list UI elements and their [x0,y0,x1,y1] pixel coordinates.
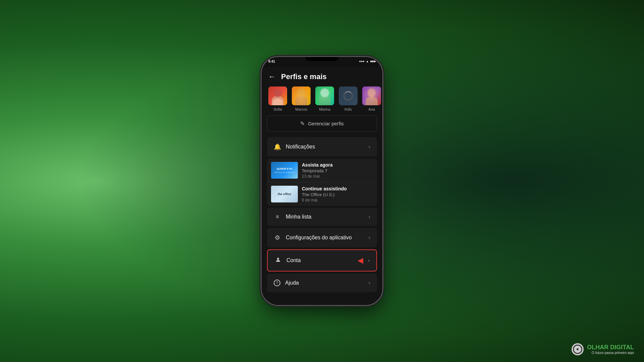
notif-item-the-office[interactable]: the office Continue assistindo The Offic… [267,182,377,206]
profile-name-3: Marina [319,107,330,111]
status-time: 9:41 [268,60,275,63]
watermark-brand: OLHAR DIGITAL [587,344,634,350]
bell-icon: 🔔 [274,143,281,150]
the-office-thumb-text: the office [278,192,291,196]
person-icon [274,257,282,264]
profile-item-2[interactable]: Marcos [292,86,311,111]
profile-avatar-2 [292,86,311,105]
profile-name-5: Ana [368,107,375,111]
menu-item-help[interactable]: ? Ajuda › [267,274,377,292]
chevron-right-icon-3: › [369,235,370,241]
queer-eye-thumbnail: QUEER EYE mais que um makeover [271,162,298,179]
menu-item-notifications[interactable]: 🔔 Notificações › [267,137,377,157]
watermark-logo [572,343,584,355]
profiles-row: Sofia Marcos Marina Ki [262,85,382,114]
queer-eye-subtitle: Temporada 7 [302,168,373,173]
list-icon: ≡ [274,214,281,220]
the-office-subtitle: The Office (U.S.) [302,192,373,197]
chevron-right-icon: › [369,144,370,150]
profile-name-4: Kids [344,107,352,111]
watermark: OLHAR DIGITAL O futuro passa primeiro aq… [572,343,634,355]
red-arrow-indicator: ◀ [358,256,363,265]
home-indicator [262,301,382,305]
watermark-logo-inner [573,345,582,354]
watermark-text: OLHAR DIGITAL O futuro passa primeiro aq… [587,344,634,355]
profile-avatar-4 [339,86,358,105]
profile-name-2: Marcos [295,107,307,111]
queer-eye-content: Assista agora Temporada 7 13 de mai. [302,162,373,179]
back-button[interactable]: ← [268,72,276,81]
screen-content: ← Perfis e mais Sofia Marcos [262,67,382,305]
notif-item-queer-eye[interactable]: QUEER EYE mais que um makeover Assista a… [267,159,377,182]
queer-eye-date: 13 de mai. [302,174,373,179]
queer-eye-title: Assista agora [302,162,373,168]
account-label: Conta [286,257,350,263]
queer-eye-thumb-title: QUEER EYE [274,167,295,171]
gear-icon: ⚙ [274,234,281,241]
the-office-title: Continue assistindo [302,186,373,191]
profile-avatar-5 [362,86,381,105]
page-title: Perfis e mais [281,72,327,81]
phone-notch [305,57,339,61]
manage-icon: ✎ [300,120,305,127]
the-office-content: Continue assistindo The Office (U.S.) 6 … [302,186,373,202]
loading-spinner [343,91,353,101]
manage-profiles-button[interactable]: ✎ Gerenciar perfis [267,115,377,132]
notification-items-section: QUEER EYE mais que um makeover Assista a… [267,159,377,206]
chevron-right-icon-2: › [369,214,370,220]
phone-shell: 9:41 ●●● ▲ ■■■ ← Perfis e mais Sofia [262,57,382,305]
status-icons: ●●● ▲ ■■■ [359,60,376,63]
the-office-date: 6 de mai. [302,198,373,202]
notifications-label: Notificações [286,144,364,150]
profile-avatar-3 [315,86,334,105]
chevron-right-icon-5: › [369,280,370,286]
chevron-right-icon-4: › [368,257,370,263]
profile-item-3[interactable]: Marina [315,86,334,111]
app-settings-label: Configurações do aplicativo [286,235,364,241]
profile-item-5[interactable]: Ana [362,86,381,111]
menu-item-app-settings[interactable]: ⚙ Configurações do aplicativo › [267,228,377,247]
profile-avatar-1 [268,86,287,105]
help-label: Ajuda [285,280,364,286]
watermark-slogan: O futuro passa primeiro aqui [587,351,634,355]
help-icon: ? [274,280,280,286]
menu-item-my-list[interactable]: ≡ Minha lista › [267,208,377,226]
my-list-label: Minha lista [286,214,364,220]
profile-name-1: Sofia [273,107,282,111]
menu-item-account[interactable]: Conta ◀ › [267,249,377,272]
manage-profiles-label: Gerenciar perfis [308,121,344,126]
the-office-thumbnail: the office [271,186,298,202]
status-bar: 9:41 ●●● ▲ ■■■ [262,57,382,67]
profile-item-4[interactable]: Kids [339,86,358,111]
header: ← Perfis e mais [262,67,382,85]
profile-item-1[interactable]: Sofia [268,86,287,111]
svg-point-0 [277,258,279,260]
